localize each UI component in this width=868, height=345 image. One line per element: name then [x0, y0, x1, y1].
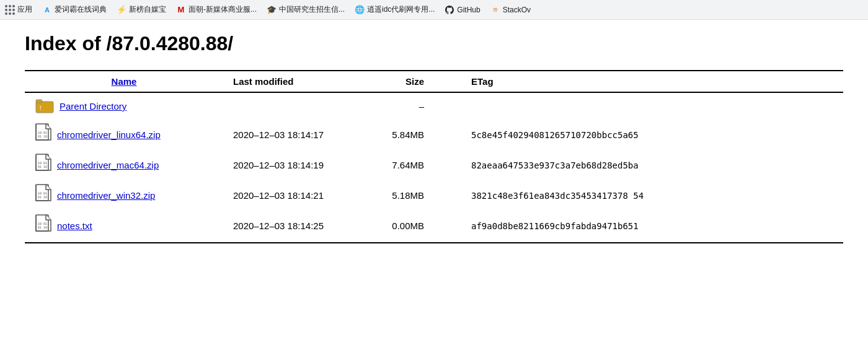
file-size-cell: 5.18MB — [372, 180, 434, 211]
file-link[interactable]: chromedriver_win32.zip — [57, 190, 155, 201]
apps-grid-icon — [5, 5, 15, 15]
svg-rect-1 — [36, 100, 42, 103]
file-etag-cell: af9a0d8be8211669cb9fabda9471b651 — [434, 211, 843, 243]
col-etag-header: ETag — [434, 71, 843, 92]
file-modified-cell — [223, 92, 372, 120]
svg-text:01 10: 01 10 — [38, 225, 47, 229]
yanzhao-icon: 🎓 — [267, 5, 277, 15]
file-link[interactable]: notes.txt — [57, 221, 92, 231]
mianchao-icon: M — [176, 5, 186, 15]
file-link[interactable]: Parent Directory — [60, 101, 126, 111]
github-icon — [445, 5, 454, 15]
file-size-cell: – — [372, 92, 434, 120]
folder-icon: ↑ — [35, 97, 55, 116]
file-etag-cell: 3821c48e3f61ea843dc35453417378 54 — [434, 180, 843, 211]
col-size-header: Size — [372, 71, 434, 92]
page-title: Index of /87.0.4280.88/ — [25, 32, 843, 55]
col-modified-header: Last modified — [223, 71, 372, 92]
bookmark-github-label: GitHub — [457, 6, 480, 14]
page-content: Index of /87.0.4280.88/ Name Last modifi… — [0, 20, 868, 256]
file-name-cell: 10 01 01 10 chromedriver_mac64.zip — [25, 150, 223, 180]
file-name-cell: ↑ Parent Directory — [25, 92, 223, 120]
table-row: ↑ Parent Directory– — [25, 92, 843, 120]
bookmark-xinbang-label: 新榜自媒宝 — [129, 4, 166, 15]
bookmark-yanzhao-label: 中国研究生招生信... — [279, 4, 345, 15]
bookmark-bar: 应用 A 爱词霸在线词典 ⚡ 新榜自媒宝 M 面朝-新媒体商业服... 🎓 中国… — [0, 0, 868, 20]
table-header-row: Name Last modified Size ETag — [25, 71, 843, 92]
bookmark-stackoverflow-label: StackOv — [503, 6, 531, 14]
xinbang-icon: ⚡ — [117, 5, 126, 15]
bookmark-xinbang[interactable]: ⚡ 新榜自媒宝 — [117, 4, 166, 15]
svg-text:01 10: 01 10 — [38, 195, 47, 199]
file-modified-cell: 2020–12–03 18:14:17 — [223, 120, 372, 150]
file-link[interactable]: chromedriver_mac64.zip — [57, 160, 159, 170]
file-size-cell: 7.64MB — [372, 150, 434, 180]
binary-file-icon: 10 01 01 10 — [35, 123, 52, 146]
file-size-cell: 0.00MB — [372, 211, 434, 243]
binary-file-icon: 10 01 01 10 — [35, 184, 52, 207]
file-etag-cell — [434, 92, 843, 120]
bookmark-yanzhao[interactable]: 🎓 中国研究生招生信... — [267, 4, 345, 15]
bookmark-xiaoyao[interactable]: 🌐 逍遥idc代刷网专用... — [355, 4, 435, 15]
file-listing-table: Name Last modified Size ETag ↑ Parent Di… — [25, 70, 843, 243]
bookmark-github[interactable]: GitHub — [445, 5, 480, 15]
svg-text:01 10: 01 10 — [38, 165, 47, 168]
binary-file-icon: 10 01 01 10 — [35, 154, 52, 177]
table-row: 10 01 01 10 chromedriver_mac64.zip2020–1… — [25, 150, 843, 180]
bookmark-stackoverflow[interactable]: ≡ StackOv — [490, 5, 531, 15]
file-modified-cell: 2020–12–03 18:14:21 — [223, 180, 372, 211]
table-row: 10 01 01 10 notes.txt2020–12–03 18:14:25… — [25, 211, 843, 243]
file-link[interactable]: chromedriver_linux64.zip — [57, 129, 161, 140]
file-etag-cell: 5c8e45f40294081265710720bbcc5a65 — [434, 120, 843, 150]
file-name-cell: 10 01 01 10 chromedriver_win32.zip — [25, 180, 223, 211]
svg-text:01 10: 01 10 — [38, 134, 47, 138]
binary-file-icon: 10 01 01 10 — [35, 214, 52, 237]
cidian-icon: A — [42, 5, 52, 15]
bookmark-xiaoyao-label: 逍遥idc代刷网专用... — [367, 4, 435, 15]
file-size-cell: 5.84MB — [372, 120, 434, 150]
bookmark-apps[interactable]: 应用 — [5, 4, 32, 15]
bookmark-cidian[interactable]: A 爱词霸在线词典 — [42, 4, 107, 15]
bookmark-mianchao-label: 面朝-新媒体商业服... — [188, 4, 257, 15]
file-etag-cell: 82aeaa647533e937c3a7eb68d28ed5ba — [434, 150, 843, 180]
stackoverflow-icon: ≡ — [490, 5, 500, 15]
xiaoyao-icon: 🌐 — [355, 5, 365, 15]
file-name-cell: 10 01 01 10 notes.txt — [25, 211, 223, 243]
col-name-header[interactable]: Name — [25, 71, 223, 92]
file-modified-cell: 2020–12–03 18:14:25 — [223, 211, 372, 243]
bookmark-cidian-label: 爱词霸在线词典 — [55, 4, 107, 15]
table-row: 10 01 01 10 chromedriver_win32.zip2020–1… — [25, 180, 843, 211]
svg-text:↑: ↑ — [38, 103, 42, 112]
file-name-cell: 10 01 01 10 chromedriver_linux64.zip — [25, 120, 223, 150]
bookmark-apps-label: 应用 — [17, 4, 32, 15]
bookmark-mianchao[interactable]: M 面朝-新媒体商业服... — [176, 4, 257, 15]
file-modified-cell: 2020–12–03 18:14:19 — [223, 150, 372, 180]
table-row: 10 01 01 10 chromedriver_linux64.zip2020… — [25, 120, 843, 150]
